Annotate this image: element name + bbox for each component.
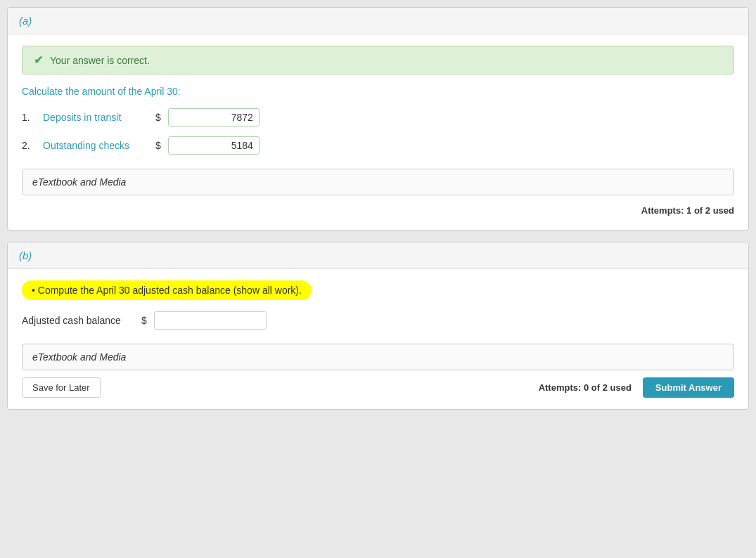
attempts-text-b: Attempts: 0 of 2 used	[539, 382, 632, 393]
submit-label: Submit Answer	[655, 382, 722, 393]
section-a: (a) ✔ Your answer is correct. Calculate …	[7, 7, 749, 231]
attempts-row-a: Attempts: 1 of 2 used	[22, 202, 734, 219]
footer-row: Save for Later Attempts: 0 of 2 used Sub…	[22, 377, 734, 398]
question-text-after: :	[178, 86, 181, 97]
checks-input[interactable]	[168, 136, 260, 155]
item-label-checks: Outstanding checks	[43, 140, 148, 151]
dollar-sign-1: $	[155, 112, 161, 123]
submit-answer-button[interactable]: Submit Answer	[643, 377, 734, 398]
question-text-before: Calculate the amount of the	[22, 86, 144, 97]
section-b-body: Compute the April 30 adjusted cash balan…	[8, 269, 748, 409]
section-a-header: (a)	[8, 8, 748, 34]
save-later-label: Save for Later	[32, 382, 90, 393]
section-b-header: (b)	[8, 242, 748, 269]
etextbook-label-b: eTextbook and Media	[32, 351, 126, 363]
footer-right: Attempts: 0 of 2 used Submit Answer	[539, 377, 734, 398]
section-b-label: (b)	[19, 249, 32, 261]
section-a-body: ✔ Your answer is correct. Calculate the …	[8, 34, 748, 230]
item-label-deposits: Deposits in transit	[43, 112, 148, 123]
etextbook-link-a[interactable]: eTextbook and Media	[22, 169, 734, 195]
dollar-sign-2: $	[155, 140, 161, 151]
success-banner: ✔ Your answer is correct.	[22, 46, 734, 74]
item-number-1: 1.	[22, 112, 36, 123]
item-number-2: 2.	[22, 140, 36, 151]
section-b: (b) Compute the April 30 adjusted cash b…	[7, 242, 749, 410]
cash-balance-label: Adjusted cash balance	[22, 315, 134, 326]
check-icon: ✔	[34, 53, 43, 67]
section-a-label: (a)	[19, 15, 32, 27]
success-message: Your answer is correct.	[50, 55, 150, 66]
cash-balance-row: Adjusted cash balance $	[22, 311, 734, 330]
question-date: April 30	[144, 86, 177, 97]
save-later-button[interactable]: Save for Later	[22, 377, 101, 398]
items-list: 1. Deposits in transit $ 2. Outstanding …	[22, 108, 734, 155]
highlight-text-content: Compute the April 30 adjusted cash balan…	[38, 285, 302, 296]
list-item: 2. Outstanding checks $	[22, 136, 734, 155]
attempts-text-a: Attempts: 1 of 2 used	[641, 205, 734, 216]
highlight-instruction: Compute the April 30 adjusted cash balan…	[22, 280, 312, 300]
dollar-sign-b: $	[141, 315, 147, 326]
question-label: Calculate the amount of the April 30:	[22, 86, 734, 97]
cash-balance-input[interactable]	[154, 311, 267, 330]
etextbook-label-a: eTextbook and Media	[32, 176, 126, 188]
list-item: 1. Deposits in transit $	[22, 108, 734, 126]
etextbook-link-b[interactable]: eTextbook and Media	[22, 344, 734, 370]
deposits-input[interactable]	[168, 108, 260, 126]
